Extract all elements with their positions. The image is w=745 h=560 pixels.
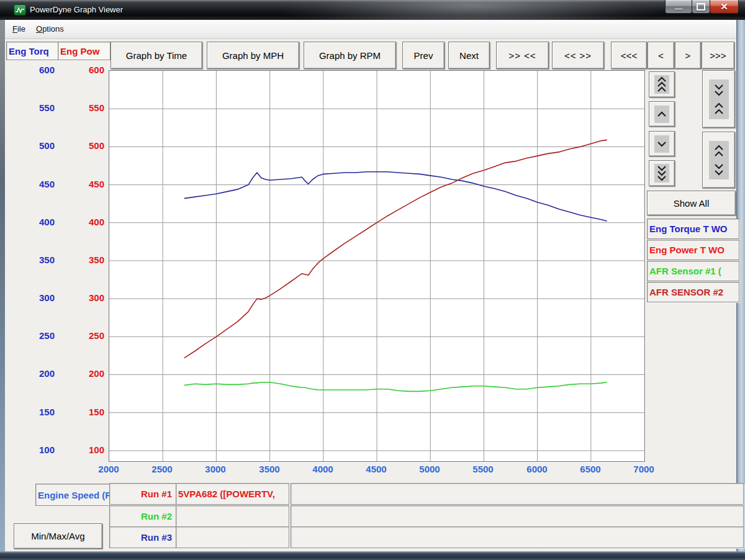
torque-channel-tab[interactable]: Eng Torq <box>6 42 59 60</box>
y-tick-label-power: 250 <box>68 330 104 341</box>
x-tick-label: 6000 <box>517 464 557 474</box>
menu-file-rest: ile <box>17 24 25 34</box>
x-tick-label: 3000 <box>196 464 235 474</box>
menu-item-file[interactable]: File <box>8 20 30 38</box>
chevrons-expand-vertical-icon <box>709 141 729 179</box>
app-icon <box>14 4 26 16</box>
x-axis-channel-field[interactable]: Engine Speed (R <box>35 484 120 506</box>
run-3-label[interactable]: Run #3 <box>109 526 176 548</box>
y-tick-label-torque: 200 <box>19 368 55 379</box>
run-3-comment-field[interactable] <box>291 526 744 548</box>
maximize-button[interactable] <box>692 0 710 14</box>
y-tick-label-torque: 550 <box>19 102 55 114</box>
prev-button[interactable]: Prev <box>402 42 445 69</box>
menubar: File Options <box>2 20 743 39</box>
graph-by-rpm-button[interactable]: Graph by RPM <box>304 42 396 69</box>
next-button[interactable]: Next <box>448 42 490 69</box>
y-tick-label-torque: 300 <box>19 292 55 304</box>
close-icon: ✕ <box>720 2 728 11</box>
series-afr-sensor-1- <box>184 382 607 392</box>
y-tick-label-power: 450 <box>68 179 104 190</box>
run-1-label[interactable]: Run #1 <box>109 483 176 505</box>
minimize-icon: — <box>675 5 682 12</box>
power-channel-tab[interactable]: Eng Pow <box>58 42 111 60</box>
maximize-icon <box>697 3 705 11</box>
chevrons-compress-vertical-icon <box>709 79 729 119</box>
y-tick-label-torque: 500 <box>19 140 55 151</box>
chevron-up-icon <box>654 106 669 123</box>
menu-file-initial: F <box>12 24 17 34</box>
chevrons-down-icon <box>654 164 669 183</box>
y-tick-label-power: 600 <box>68 65 104 76</box>
graph-by-mph-button[interactable]: Graph by MPH <box>207 42 299 69</box>
x-tick-label: 6500 <box>571 464 610 474</box>
y-tick-label-power: 150 <box>68 407 104 418</box>
y-tick-label-torque: 600 <box>19 65 55 76</box>
x-tick-label: 5000 <box>410 464 449 474</box>
scroll-right-button[interactable]: > <box>675 42 701 69</box>
min-max-avg-button[interactable]: Min/Max/Avg <box>14 523 102 549</box>
legend-item-afr-sensor-1[interactable]: AFR Sensor #1 ( <box>647 261 739 281</box>
chevron-down-icon <box>654 135 669 153</box>
zoom-out-x-button[interactable]: << >> <box>552 42 604 69</box>
y-tick-label-torque: 250 <box>19 330 55 341</box>
run-3-file-field[interactable] <box>176 526 289 548</box>
scroll-down-button[interactable] <box>649 131 675 156</box>
y-tick-label-torque: 450 <box>19 179 55 190</box>
zoom-in-x-button[interactable]: >> << <box>496 42 549 69</box>
app-window: PowerDyne Graph Viewer — ✕ File Options … <box>0 0 745 560</box>
y-tick-label-torque: 100 <box>19 445 55 456</box>
scroll-up-fast-button[interactable] <box>649 71 675 97</box>
y-tick-label-power: 300 <box>68 292 104 304</box>
y-tick-label-power: 100 <box>68 445 104 456</box>
y-tick-label-power: 400 <box>68 217 104 228</box>
y-tick-label-power: 200 <box>68 368 104 379</box>
window-border-left <box>0 20 5 551</box>
scroll-down-fast-button[interactable] <box>649 160 675 186</box>
x-tick-label: 5500 <box>463 464 503 474</box>
window-border-bottom[interactable] <box>0 551 745 560</box>
y-tick-label-torque: 400 <box>19 217 55 228</box>
legend-item-afr-sensor-2[interactable]: AFR SENSOR #2 <box>647 282 739 302</box>
y-tick-label-power: 500 <box>68 140 104 151</box>
run-1-comment-field[interactable] <box>291 483 744 505</box>
run-2-comment-field[interactable] <box>291 505 744 527</box>
scroll-left-button[interactable]: < <box>648 42 674 69</box>
fast-scroll-right-button[interactable]: >>> <box>702 42 734 69</box>
window-titlebar: PowerDyne Graph Viewer — ✕ <box>0 0 745 20</box>
y-tick-label-power: 550 <box>68 102 104 114</box>
run-2-file-field[interactable] <box>176 505 289 527</box>
x-tick-label: 2000 <box>89 464 129 474</box>
run-2-label[interactable]: Run #2 <box>109 505 176 527</box>
graph-by-time-button[interactable]: Graph by Time <box>111 42 202 69</box>
menu-item-options[interactable]: Options <box>32 20 68 38</box>
series-eng-torque-t-wo <box>184 172 607 222</box>
x-tick-label: 3500 <box>250 464 289 474</box>
run-1-file-field[interactable]: 5VPA682 ([POWERTV, <box>176 483 289 505</box>
fast-scroll-left-button[interactable]: <<< <box>611 42 647 69</box>
y-tick-label-torque: 150 <box>19 407 55 418</box>
x-tick-label: 4500 <box>356 464 396 474</box>
close-button[interactable]: ✕ <box>710 0 739 14</box>
legend-item-eng-power[interactable]: Eng Power T WO <box>647 240 739 260</box>
chevrons-up-icon <box>654 75 669 94</box>
chart-area[interactable] <box>109 70 645 462</box>
y-tick-label-power: 350 <box>68 255 104 266</box>
y-tick-label-torque: 350 <box>19 255 55 266</box>
menu-options-rest: ptions <box>42 24 64 34</box>
menu-options-initial: O <box>36 24 42 34</box>
x-tick-label: 4000 <box>303 464 343 474</box>
window-title: PowerDyne Graph Viewer <box>30 5 123 14</box>
x-tick-label: 7000 <box>624 464 664 474</box>
dyno-graph <box>109 71 644 461</box>
scroll-up-button[interactable] <box>649 101 675 127</box>
minimize-button[interactable]: — <box>665 0 692 14</box>
x-tick-label: 2500 <box>142 464 182 474</box>
expand-vertical-scale-button[interactable] <box>702 132 735 188</box>
show-all-button[interactable]: Show All <box>647 191 736 215</box>
legend-item-eng-torque[interactable]: Eng Torque T WO <box>647 219 739 239</box>
compress-vertical-scale-button[interactable] <box>702 70 735 128</box>
